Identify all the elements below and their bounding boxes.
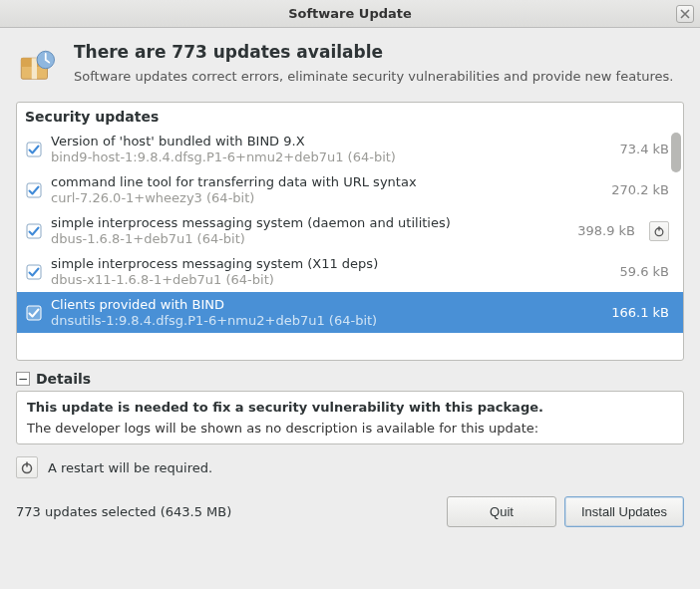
- details-label: Details: [36, 371, 91, 387]
- item-package: dbus-1.6.8-1+deb7u1 (64-bit): [51, 231, 561, 246]
- items-container: Version of 'host' bundled with BIND 9.X …: [17, 129, 683, 360]
- update-list: Security updates Version of 'host' bundl…: [16, 102, 684, 361]
- checkbox[interactable]: [25, 141, 43, 158]
- item-title: Version of 'host' bundled with BIND 9.X: [51, 134, 603, 148]
- item-package: dnsutils-1:9.8.4.dfsg.P1-6+nmu2+deb7u1 (…: [51, 313, 595, 328]
- item-title: simple interprocess messaging system (X1…: [51, 256, 603, 271]
- item-title: Clients provided with BIND: [51, 297, 595, 312]
- checkbox[interactable]: [25, 263, 43, 281]
- close-button[interactable]: [676, 5, 694, 23]
- details-toggle[interactable]: −: [16, 372, 30, 386]
- details-header: − Details: [16, 371, 684, 387]
- item-text: Clients provided with BIND dnsutils-1:9.…: [51, 297, 595, 328]
- item-title: command line tool for transferring data …: [51, 174, 595, 189]
- item-text: Version of 'host' bundled with BIND 9.X …: [51, 134, 603, 164]
- item-text: simple interprocess messaging system (da…: [51, 215, 561, 246]
- group-header: Security updates: [17, 103, 683, 129]
- list-item[interactable]: simple interprocess messaging system (da…: [17, 210, 683, 251]
- item-text: command line tool for transferring data …: [51, 174, 595, 205]
- checkbox[interactable]: [25, 181, 43, 199]
- status-text: 773 updates selected (643.5 MB): [16, 504, 439, 519]
- window-body: There are 773 updates available Software…: [0, 28, 700, 541]
- restart-icon: [16, 456, 38, 478]
- list-item[interactable]: Version of 'host' bundled with BIND 9.X …: [17, 129, 683, 169]
- update-icon: [16, 46, 58, 88]
- item-size: 398.9 kB: [577, 223, 635, 238]
- item-text: simple interprocess messaging system (X1…: [51, 256, 603, 287]
- item-size: 73.4 kB: [619, 142, 669, 156]
- restart-note: A restart will be required.: [16, 456, 684, 478]
- svg-rect-12: [26, 462, 28, 467]
- details-title: This update is needed to fix a security …: [27, 400, 673, 415]
- window-title: Software Update: [288, 6, 412, 21]
- scrollbar-thumb[interactable]: [671, 133, 681, 172]
- install-button[interactable]: Install Updates: [564, 496, 684, 527]
- header-text: There are 773 updates available Software…: [74, 42, 673, 88]
- footer: 773 updates selected (643.5 MB) Quit Ins…: [16, 496, 684, 527]
- header-subtitle: Software updates correct errors, elimina…: [74, 68, 673, 86]
- list-item[interactable]: command line tool for transferring data …: [17, 169, 683, 210]
- checkbox[interactable]: [25, 222, 43, 240]
- item-size: 270.2 kB: [611, 182, 669, 197]
- item-package: dbus-x11-1.6.8-1+deb7u1 (64-bit): [51, 272, 603, 287]
- item-package: curl-7.26.0-1+wheezy3 (64-bit): [51, 190, 595, 205]
- item-package: bind9-host-1:9.8.4.dfsg.P1-6+nmu2+deb7u1…: [51, 149, 603, 164]
- list-item[interactable]: Clients provided with BIND dnsutils-1:9.…: [17, 292, 683, 333]
- svg-rect-8: [658, 226, 659, 230]
- item-size: 166.1 kB: [611, 305, 669, 320]
- header-title: There are 773 updates available: [74, 42, 673, 62]
- details-description: The developer logs will be shown as no d…: [27, 421, 673, 436]
- checkbox[interactable]: [25, 304, 43, 322]
- svg-rect-2: [32, 58, 37, 79]
- restart-note-text: A restart will be required.: [48, 460, 212, 475]
- list-item[interactable]: simple interprocess messaging system (X1…: [17, 251, 683, 292]
- details-box: This update is needed to fix a security …: [16, 391, 684, 444]
- item-size: 59.6 kB: [619, 264, 669, 279]
- restart-required-icon: [649, 221, 669, 241]
- titlebar: Software Update: [0, 0, 700, 28]
- close-icon: [680, 9, 690, 19]
- quit-button[interactable]: Quit: [447, 496, 556, 527]
- header: There are 773 updates available Software…: [16, 42, 684, 88]
- scrollbar[interactable]: [671, 133, 681, 356]
- item-title: simple interprocess messaging system (da…: [51, 215, 561, 230]
